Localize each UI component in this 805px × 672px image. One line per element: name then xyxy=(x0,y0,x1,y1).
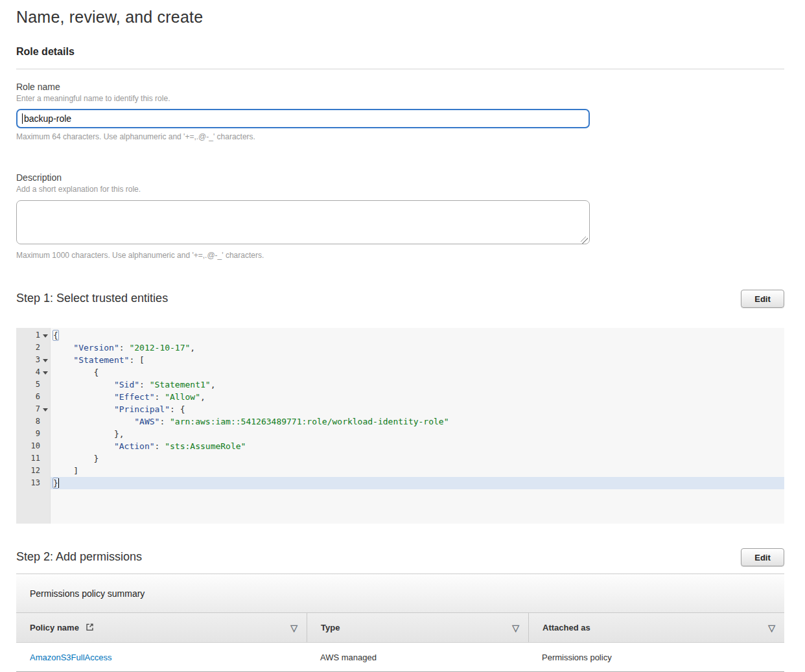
role-name-hint: Enter a meaningful name to identify this… xyxy=(16,94,784,103)
column-header-attached-as: Attached as▽ xyxy=(528,613,784,642)
filter-dropdown-icon[interactable]: ▽ xyxy=(289,622,299,634)
description-hint: Add a short explanation for this role. xyxy=(16,185,784,194)
editor-line-number: 3 xyxy=(16,354,50,366)
table-row: AmazonS3FullAccessAWS managedPermissions… xyxy=(16,643,784,672)
page-content: Name, review, and create Role details Ro… xyxy=(16,8,784,672)
role-details-heading: Role details xyxy=(16,46,784,58)
text-caret xyxy=(22,113,23,124)
step2-header-row: Step 2: Add permissions Edit xyxy=(16,548,784,566)
page-title: Name, review, and create xyxy=(16,8,784,27)
permissions-panel-title: Permissions policy summary xyxy=(16,574,784,613)
fold-toggle-icon[interactable] xyxy=(42,332,49,339)
editor-caret xyxy=(58,478,59,488)
filter-dropdown-icon[interactable]: ▽ xyxy=(511,622,520,634)
editor-line-number: 2 xyxy=(16,342,50,354)
editor-code-line[interactable]: "Version": "2012-10-17", xyxy=(51,342,784,354)
permissions-panel: Permissions policy summary Policy name▽T… xyxy=(16,574,784,672)
editor-line-number: 12 xyxy=(16,465,50,477)
external-link-icon xyxy=(86,623,94,633)
editor-line-number: 8 xyxy=(16,415,50,428)
editor-line-number: 13 xyxy=(16,477,50,489)
editor-code-line[interactable]: "Sid": "Statement1", xyxy=(51,378,784,391)
table-cell: Permissions policy xyxy=(528,643,784,671)
description-textarea[interactable] xyxy=(16,200,590,244)
fold-toggle-icon[interactable] xyxy=(42,357,49,364)
section-divider xyxy=(16,69,784,69)
step1-heading: Step 1: Select trusted entities xyxy=(16,290,168,305)
role-name-label: Role name xyxy=(16,82,784,92)
fold-toggle-icon[interactable] xyxy=(42,369,49,376)
role-name-field-wrap xyxy=(16,109,590,128)
role-name-input[interactable] xyxy=(16,109,590,128)
editor-code[interactable]: { "Version": "2012-10-17", "Statement": … xyxy=(51,328,784,524)
trust-policy-editor[interactable]: 12345678910111213 { "Version": "2012-10-… xyxy=(16,328,784,524)
description-constraint: Maximum 1000 characters. Use alphanumeri… xyxy=(16,251,784,260)
editor-code-line[interactable]: }, xyxy=(51,428,784,440)
editor-gutter: 12345678910111213 xyxy=(16,328,51,524)
editor-line-number: 1 xyxy=(16,329,50,342)
policy-name-cell: AmazonS3FullAccess xyxy=(16,643,307,671)
editor-code-line[interactable]: } xyxy=(51,477,784,489)
step1-edit-button[interactable]: Edit xyxy=(741,290,784,308)
editor-line-number: 5 xyxy=(16,378,50,391)
description-field-wrap xyxy=(16,200,590,247)
column-header-label: Type xyxy=(321,623,340,632)
description-label: Description xyxy=(16,172,784,183)
editor-code-line[interactable]: { xyxy=(51,366,784,378)
editor-code-line[interactable]: "Statement": [ xyxy=(51,354,784,366)
permissions-table-header: Policy name▽Type▽Attached as▽ xyxy=(16,613,784,643)
resize-handle-icon[interactable] xyxy=(581,237,588,244)
step2-edit-button[interactable]: Edit xyxy=(741,548,784,566)
editor-line-number: 11 xyxy=(16,452,50,465)
editor-line-number: 9 xyxy=(16,428,50,440)
step2-heading: Step 2: Add permissions xyxy=(16,548,142,564)
editor-code-line[interactable]: "Effect": "Allow", xyxy=(51,391,784,403)
permissions-table-body: AmazonS3FullAccessAWS managedPermissions… xyxy=(16,643,784,672)
column-header-type: Type▽ xyxy=(307,613,528,642)
editor-line-number: 6 xyxy=(16,391,50,403)
editor-line-number: 10 xyxy=(16,440,50,452)
editor-code-line[interactable]: ] xyxy=(51,465,784,477)
column-header-label: Attached as xyxy=(542,623,590,632)
policy-name-link[interactable]: AmazonS3FullAccess xyxy=(30,653,111,662)
filter-dropdown-icon[interactable]: ▽ xyxy=(767,622,776,634)
editor-code-line[interactable]: } xyxy=(51,452,784,465)
editor-code-line[interactable]: "Principal": { xyxy=(51,403,784,415)
editor-line-number: 4 xyxy=(16,366,50,378)
fold-toggle-icon[interactable] xyxy=(42,406,49,413)
editor-line-number: 7 xyxy=(16,403,50,415)
column-header-label: Policy name xyxy=(30,623,79,632)
permissions-table: Policy name▽Type▽Attached as▽ AmazonS3Fu… xyxy=(16,613,784,672)
table-cell: AWS managed xyxy=(307,643,528,671)
editor-code-line[interactable]: "AWS": "arn:aws:iam::541263489771:role/w… xyxy=(51,415,784,428)
editor-code-line[interactable]: { xyxy=(51,329,784,342)
editor-code-line[interactable]: "Action": "sts:AssumeRole" xyxy=(51,440,784,452)
step1-header-row: Step 1: Select trusted entities Edit xyxy=(16,290,784,308)
column-header-policy-name: Policy name▽ xyxy=(16,613,307,642)
role-name-constraint: Maximum 64 characters. Use alphanumeric … xyxy=(16,132,784,141)
